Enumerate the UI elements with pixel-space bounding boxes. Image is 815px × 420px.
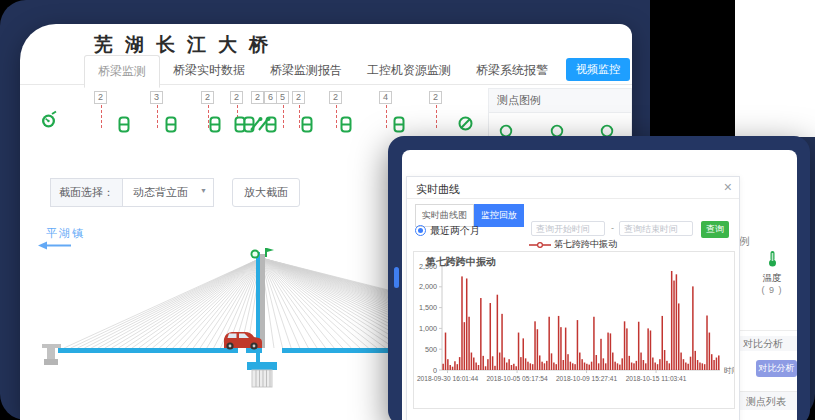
sensor-dash-line [157,105,158,128]
svg-text:2018-10-09 15:27:41: 2018-10-09 15:27:41 [556,375,618,382]
sensor-count-badge: 4 [379,91,392,104]
svg-text:1,000: 1,000 [419,324,437,333]
bridge-pier [247,362,277,387]
svg-text:1,500: 1,500 [419,303,437,312]
chain-sensor-icon[interactable] [165,116,177,137]
sensor-dash-line [101,105,102,128]
sensor-count-badge: 2 [329,91,342,104]
gauge-sensor-icon[interactable] [40,110,58,134]
svg-text:0: 0 [433,366,437,375]
svg-text:2018-10-05 05:17:54: 2018-10-05 05:17:54 [486,375,548,382]
sensor-dash-line [386,105,387,128]
compare-section-header: 对比分析 [740,336,797,351]
svg-text:2018-09-30 16:01:44: 2018-09-30 16:01:44 [417,375,479,382]
vibration-chart-panel: 第七跨跨中振动 05001,0001,5002,0002,5002018-09-… [413,251,735,409]
temperature-item[interactable]: 温度 ( 9 ) [747,250,797,295]
chain-sensor-icon[interactable] [301,116,313,137]
lever-sensor-icon[interactable] [258,116,271,136]
sensor-count-badge: 5 [276,91,289,104]
sensor-count-badge: 2 [94,91,107,104]
place-name-label: 平湖镇 [46,226,85,241]
thermometer-icon [767,250,778,267]
svg-text:500: 500 [425,345,437,354]
query-end-time-input[interactable] [619,221,693,236]
close-icon[interactable]: × [724,179,732,195]
recent-two-months-radio[interactable] [415,225,426,236]
scrollbar-thumb[interactable] [394,267,399,288]
screen: 芜湖长江大桥 桥梁监测桥梁实时数据桥梁监测报告工控机资源监测桥梁系统报警视频监控… [0,0,815,420]
curve-modal-window: 测点图例 温度 ( 9 ) 对比分析 对比分析 测点列表 实时曲线 × 实时曲线 [388,136,810,420]
black-region [650,0,735,137]
ban-sensor-icon[interactable] [458,116,473,135]
chevron-down-icon: ▼ [200,187,207,194]
chart-legend-label: 第七跨跨中振动 [554,239,617,249]
modal-content: 测点图例 温度 ( 9 ) 对比分析 对比分析 测点列表 实时曲线 × 实时曲线 [402,150,797,420]
chart-title: 第七跨跨中振动 [426,255,496,269]
sensor-count-badge: 2 [251,91,264,104]
sensor-count-badge: 2 [201,91,214,104]
legend-panel-title: 测点图例 [488,88,632,113]
chain-sensor-icon[interactable] [209,116,221,137]
realtime-curve-dialog: 实时曲线 × 实时曲线图监控回放 最近两个月 - 查询 第七跨跨中振动 第七跨跨… [406,176,740,420]
chain-sensor-icon[interactable] [340,116,352,137]
point-list-section-header: 测点列表 [740,391,797,410]
dialog-tab-监控回放[interactable]: 监控回放 [474,204,524,227]
svg-text:2,000: 2,000 [419,282,437,291]
radio-label: 最近两个月 [430,224,480,238]
sensor-dash-line [336,105,337,128]
temperature-count: ( 9 ) [747,285,797,295]
dialog-title: 实时曲线 [416,182,460,197]
dialog-tab-group: 实时曲线图监控回放 [415,204,524,222]
zoom-section-button[interactable]: 放大截面 [232,178,300,207]
chart-legend[interactable]: 第七跨跨中振动 [407,238,739,251]
section-select-value: 动态背立面 [133,186,188,198]
sensor-count-badge: 2 [429,91,442,104]
sensor-dash-line [436,105,437,128]
temperature-label: 温度 [747,272,797,285]
sensor-count-badge: 2 [292,91,305,104]
svg-text:2018-10-15 11:03:41: 2018-10-15 11:03:41 [626,375,687,382]
section-select-label: 截面选择： [50,178,123,207]
sensor-dash-line [299,105,300,128]
bridge-abutment [42,344,61,365]
section-select-row: 截面选择： 动态背立面 ▼ 放大截面 [50,178,300,207]
bar-series [442,271,719,370]
radio-dot [418,228,423,233]
sensor-count-badge: 3 [150,91,163,104]
query-start-time-input[interactable] [531,221,605,236]
sensor-count-badge: 2 [230,91,243,104]
chain-sensor-icon[interactable] [393,116,405,137]
vibration-bar-chart: 05001,0001,5002,0002,5002018-09-30 16:01… [414,252,734,408]
range-separator: - [611,223,614,233]
query-button[interactable]: 查询 [701,221,729,238]
dialog-header: 实时曲线 × [407,177,739,199]
right-panel-divider [740,330,797,331]
chain-sensor-icon[interactable] [118,116,130,137]
sensor-dash-line [283,105,284,128]
svg-text:时间: 时间 [724,366,734,375]
compare-analysis-button[interactable]: 对比分析 [756,360,797,377]
background-window-fragment [735,0,815,137]
legend-line-icon [529,241,551,249]
section-select-dropdown[interactable]: 动态背立面 ▼ [123,178,214,207]
